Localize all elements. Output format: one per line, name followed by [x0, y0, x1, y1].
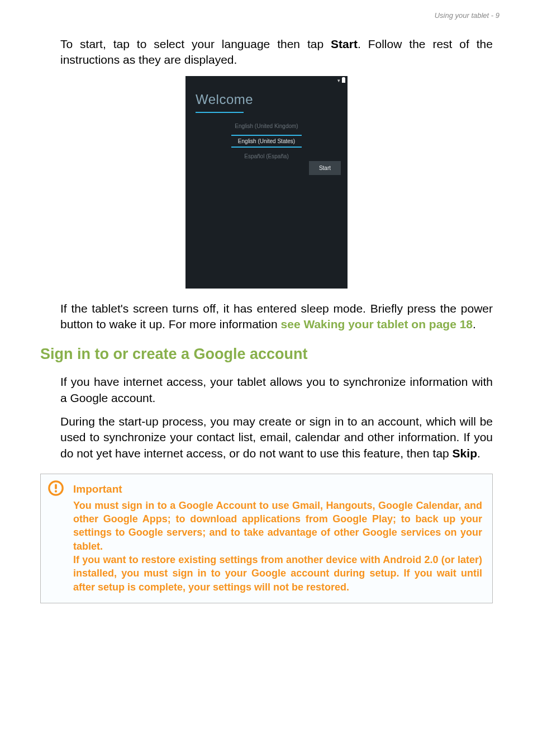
language-option-selected[interactable]: English (United States) [185, 133, 348, 150]
svg-rect-1 [55, 484, 57, 489]
text: . [477, 447, 480, 460]
start-button[interactable]: Start [309, 161, 341, 175]
text: During the start-up process, you may cre… [60, 415, 493, 460]
wifi-icon: ▾ [337, 78, 340, 83]
welcome-title: Welcome [185, 84, 348, 112]
sync-paragraph: If you have internet access, your tablet… [60, 374, 493, 406]
text: . [473, 318, 476, 330]
battery-icon [342, 78, 345, 83]
startup-paragraph: During the start-up process, you may cre… [60, 414, 493, 461]
title-underline [196, 112, 244, 113]
callout-title: Important [73, 482, 482, 497]
callout-body-2: If you want to restore existing settings… [73, 553, 482, 594]
skip-word: Skip [453, 447, 477, 460]
important-callout: Important You must sign in to a Google A… [40, 474, 493, 603]
page-header: Using your tablet - 9 [0, 0, 533, 36]
text: To start, tap to select your language th… [60, 37, 331, 50]
sleep-mode-paragraph: If the tablet's screen turns off, it has… [60, 301, 493, 333]
intro-paragraph: To start, tap to select your language th… [60, 36, 493, 68]
callout-body-1: You must sign in to a Google Account to … [73, 499, 482, 553]
welcome-screenshot: ▾ Welcome English (United Kingdom) Engli… [185, 76, 348, 289]
language-selected-label: English (United States) [238, 136, 295, 147]
language-list: English (United Kingdom) English (United… [185, 120, 348, 163]
important-icon [47, 480, 64, 497]
status-bar: ▾ [185, 76, 348, 84]
start-word: Start [331, 37, 358, 50]
section-heading: Sign in to or create a Google account [0, 340, 533, 374]
language-option-prev[interactable]: English (United Kingdom) [185, 120, 348, 133]
screenshot-container: ▾ Welcome English (United Kingdom) Engli… [0, 76, 533, 289]
see-waking-link[interactable]: see Waking your tablet on page 18 [281, 318, 473, 330]
svg-point-2 [55, 490, 57, 493]
